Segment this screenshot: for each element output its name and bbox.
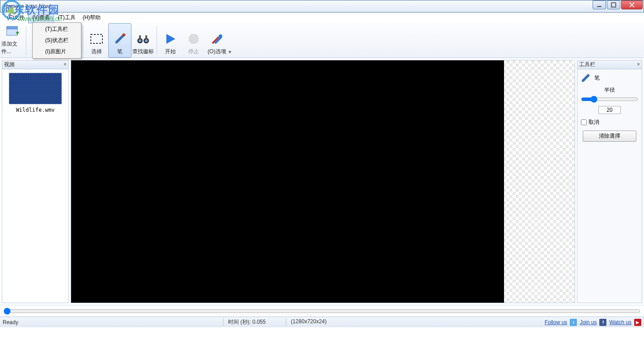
select-marquee-button[interactable]: 选择 xyxy=(85,23,108,58)
seek-slider[interactable] xyxy=(4,308,640,315)
canvas-area[interactable] xyxy=(71,60,575,303)
twitter-icon[interactable]: t xyxy=(570,319,577,326)
video-filename: Wildlife.wmv xyxy=(6,107,65,113)
menu-view[interactable]: (V)查看 xyxy=(28,12,54,23)
window-titlebar: Remove Logo Now! xyxy=(0,0,644,13)
tool-panel-header: 工具栏 × xyxy=(577,60,642,69)
maximize-button[interactable] xyxy=(607,0,620,9)
svg-marker-21 xyxy=(166,34,175,44)
svg-point-25 xyxy=(219,34,222,38)
dropdown-item-statusbar[interactable]: (S)状态栏 xyxy=(34,35,80,46)
menu-tools[interactable]: (T)工具 xyxy=(54,13,79,23)
find-logo-button[interactable]: 查找徽标 xyxy=(131,23,155,58)
svg-rect-20 xyxy=(145,35,147,39)
options-button[interactable]: (O)选项 xyxy=(205,23,229,58)
pen-icon xyxy=(113,32,127,46)
svg-rect-19 xyxy=(139,35,141,39)
window-title: Remove Logo Now! xyxy=(4,3,51,9)
video-frame xyxy=(71,60,504,303)
svg-rect-5 xyxy=(7,26,17,29)
video-thumbnail[interactable] xyxy=(9,73,62,104)
start-button[interactable]: 开始 xyxy=(159,23,182,58)
video-list-panel: 视频 × Wildlife.wmv xyxy=(2,60,69,303)
youtube-icon[interactable]: ▶ xyxy=(634,319,641,326)
thumbnail-list: Wildlife.wmv xyxy=(2,69,68,303)
cancel-label: 取消 xyxy=(589,118,599,126)
svg-marker-22 xyxy=(189,34,199,44)
svg-point-17 xyxy=(139,39,141,42)
toolbar-separator xyxy=(26,26,26,55)
play-icon xyxy=(163,32,178,46)
minimize-button[interactable] xyxy=(593,0,606,9)
toolbar-separator xyxy=(157,26,157,55)
panel-close-icon[interactable]: × xyxy=(637,61,640,68)
video-panel-header: 视频 × xyxy=(2,60,68,69)
binoculars-icon xyxy=(136,32,150,46)
panel-close-icon[interactable]: × xyxy=(64,61,67,68)
status-dimensions: (1280x720x24) xyxy=(286,318,339,326)
follow-us-link[interactable]: Follow us xyxy=(545,319,568,325)
statusbar: Ready 时间 (秒): 0.055 (1280x720x24) Follow… xyxy=(0,317,644,327)
svg-rect-12 xyxy=(91,34,102,43)
watch-us-link[interactable]: Watch us xyxy=(609,319,631,325)
cancel-checkbox[interactable] xyxy=(581,119,587,125)
dropdown-item-toolbar[interactable]: (T)工具栏 xyxy=(34,24,80,35)
pen-tool-button[interactable]: 笔 xyxy=(108,23,131,58)
marquee-icon xyxy=(89,32,104,46)
toolbar-separator xyxy=(83,26,83,55)
status-ready: Ready xyxy=(3,319,18,325)
menu-help[interactable]: (H)帮助 xyxy=(79,13,105,23)
stop-button: 停止 xyxy=(182,23,205,58)
radius-label: 半径 xyxy=(581,86,638,94)
svg-rect-1 xyxy=(611,3,616,7)
toolbar-overflow-arrow[interactable]: ▾ xyxy=(229,23,233,58)
facebook-icon[interactable]: f xyxy=(599,319,606,326)
add-file-icon xyxy=(5,24,20,38)
dropdown-item-original[interactable]: (I)原图片 xyxy=(34,46,80,57)
stop-icon xyxy=(186,32,201,46)
seek-bar-row xyxy=(0,305,644,317)
join-us-link[interactable]: Join us xyxy=(580,319,597,325)
radius-slider[interactable] xyxy=(581,96,638,103)
svg-marker-26 xyxy=(582,74,590,82)
toolbar-panel: 工具栏 × 笔 半径 取消 清除選擇 xyxy=(577,60,642,303)
pen-tool-label: 笔 xyxy=(594,74,600,82)
radius-input[interactable] xyxy=(598,106,621,114)
workspace: 视频 × Wildlife.wmv 工具栏 × 笔 半径 xyxy=(0,58,644,305)
pen-icon xyxy=(581,73,591,83)
tools-icon xyxy=(210,32,224,46)
svg-point-18 xyxy=(145,39,148,42)
main-toolbar: 添加文件... 常 (O)放小 选择 笔 查找徽标 xyxy=(0,22,644,58)
menu-view-dropdown: (T)工具栏 (S)状态栏 (I)原图片 xyxy=(32,22,81,59)
close-button[interactable] xyxy=(621,0,643,9)
status-time: 时间 (秒): 0.055 xyxy=(223,318,277,326)
add-file-button[interactable]: 添加文件... xyxy=(1,23,24,58)
clear-selection-button[interactable]: 清除選擇 xyxy=(583,131,636,142)
menubar: (F)文件 (V)查看 (T)工具 (H)帮助 (T)工具栏 (S)状态栏 (I… xyxy=(0,13,644,22)
menu-file[interactable]: (F)文件 xyxy=(4,13,28,23)
